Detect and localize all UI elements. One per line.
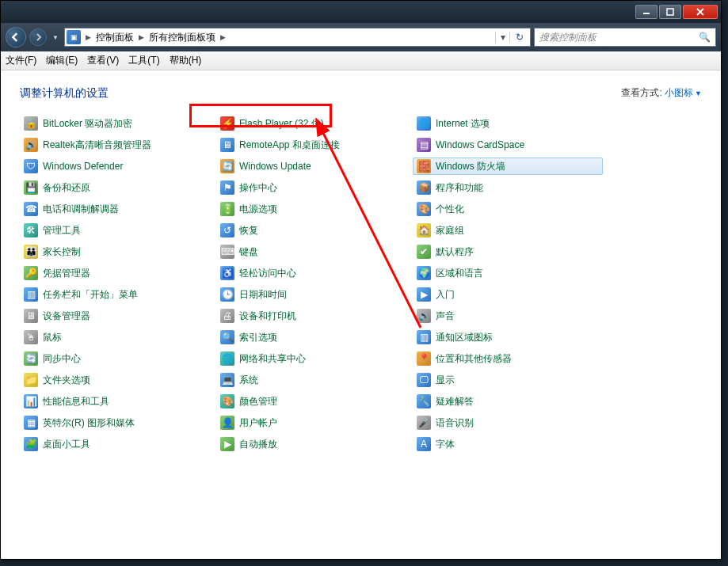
control-panel-item[interactable]: 🎨颜色管理 [216,393,406,410]
control-panel-item[interactable]: 🔋电源选项 [216,200,406,218]
item-label: 操作中心 [239,181,277,195]
control-panel-item[interactable]: ▥任务栏和「开始」菜单 [20,286,210,303]
control-panel-item[interactable]: ▥通知区域图标 [413,329,603,346]
control-panel-item[interactable]: ▶入门 [413,286,603,303]
view-mode-value[interactable]: 小图标 [665,87,693,98]
menu-edit[interactable]: 编辑(E) [46,54,78,67]
control-panel-item[interactable]: ♿轻松访问中心 [216,264,406,282]
control-panel-item[interactable]: ⚡Flash Player (32 位) [216,115,406,132]
control-panel-item[interactable]: 🔄Windows Update [216,158,406,175]
control-panel-item[interactable]: ⌨键盘 [216,243,406,260]
control-panel-item[interactable]: ☎电话和调制解调器 [20,200,210,218]
control-panel-item[interactable]: ✔默认程序 [413,243,603,260]
control-panel-item[interactable]: 🌐Internet 选项 [413,115,603,132]
view-mode-label: 查看方式: [621,87,661,98]
control-panel-item[interactable]: 🧱Windows 防火墙 [413,158,603,175]
firewall-icon: 🧱 [417,159,431,173]
search-icon[interactable]: 🔍 [699,32,711,43]
minimize-button[interactable] [635,5,657,19]
item-label: 颜色管理 [239,395,277,408]
control-panel-item[interactable]: 📁文件夹选项 [20,371,210,389]
item-label: 鼠标 [43,331,62,344]
default-programs-icon: ✔ [417,245,431,259]
control-panel-item[interactable]: 👤用户帐户 [216,414,406,431]
control-panel-item[interactable]: 🖥设备管理器 [20,307,210,325]
menu-help[interactable]: 帮助(H) [170,54,202,67]
svg-rect-1 [667,9,673,15]
control-panel-item[interactable]: 🔧疑难解答 [413,393,603,410]
control-panel-item[interactable]: 🛠管理工具 [20,222,210,239]
breadcrumb-seg-2[interactable]: 所有控制面板项 [146,31,219,44]
close-button[interactable] [683,5,718,19]
titlebar [1,1,721,23]
control-panel-item[interactable]: 📍位置和其他传感器 [413,350,603,367]
tray-icons-icon: ▥ [417,330,431,344]
item-label: Windows CardSpace [436,139,524,150]
menu-file[interactable]: 文件(F) [6,54,36,67]
control-panel-item[interactable]: 🖨设备和打印机 [216,307,406,325]
content-area: 调整计算机的设置 查看方式: 小图标▼ 🔒BitLocker 驱动器加密🔊Rea… [1,70,721,559]
control-panel-item[interactable]: 🌐网络和共享中心 [216,350,406,367]
control-panel-item[interactable]: 🛡Windows Defender [20,158,210,175]
control-panel-item[interactable]: 🔈声音 [413,307,603,325]
item-label: 任务栏和「开始」菜单 [43,288,138,302]
item-label: Flash Player (32 位) [239,117,324,131]
control-panel-item[interactable]: 🖥RemoteApp 和桌面连接 [216,136,406,154]
control-panel-item[interactable]: 📦程序和功能 [413,179,603,196]
item-label: 设备和打印机 [239,310,296,323]
view-mode-selector[interactable]: 查看方式: 小图标▼ [621,86,702,100]
control-panel-item[interactable]: 💻系统 [216,371,406,389]
nav-history-dropdown[interactable]: ▼ [50,34,61,41]
control-panel-item[interactable]: 🖵显示 [413,371,603,389]
control-panel-item[interactable]: 🕒日期和时间 [216,286,406,303]
control-panel-item[interactable]: 🔍索引选项 [216,329,406,346]
control-panel-item[interactable]: 🎤语音识别 [413,414,603,431]
item-label: 电源选项 [239,203,277,216]
item-label: 索引选项 [239,331,277,344]
control-panel-item[interactable]: 🔑凭据管理器 [20,264,210,282]
item-label: Realtek高清晰音频管理器 [43,139,151,152]
item-label: 用户帐户 [239,416,277,430]
control-panel-item[interactable]: ▦英特尔(R) 图形和媒体 [20,414,210,431]
item-label: Windows Defender [43,161,123,172]
refresh-button[interactable]: ↻ [509,32,528,43]
nav-forward-button[interactable] [29,28,47,46]
nav-back-button[interactable] [6,27,26,47]
maximize-button[interactable] [659,5,681,19]
control-panel-item[interactable]: 🎨个性化 [413,200,603,218]
control-panel-item[interactable]: 🧩桌面小工具 [20,435,210,453]
control-panel-item[interactable]: 🔒BitLocker 驱动器加密 [20,115,210,132]
menu-tools[interactable]: 工具(T) [128,54,159,67]
location-icon: 📍 [417,351,431,366]
item-label: 家长控制 [43,245,81,259]
items-grid: 🔒BitLocker 驱动器加密🔊Realtek高清晰音频管理器🛡Windows… [20,115,702,453]
control-panel-item[interactable]: ⚑操作中心 [216,179,406,196]
control-panel-item[interactable]: 🌍区域和语言 [413,264,603,282]
troubleshoot-icon: 🔧 [417,394,431,408]
control-panel-item[interactable]: 🖱鼠标 [20,329,210,346]
item-label: 声音 [436,310,455,323]
control-panel-item[interactable]: 🏠家庭组 [413,222,603,239]
control-panel-item[interactable]: 🔊Realtek高清晰音频管理器 [20,136,210,154]
item-label: 键盘 [239,245,258,259]
chevron-down-icon: ▼ [695,89,702,97]
control-panel-item[interactable]: 💾备份和还原 [20,179,210,196]
address-bar[interactable]: ▣ ▶ 控制面板 ▶ 所有控制面板项 ▶ ▾ ↻ [64,28,531,47]
item-label: 凭据管理器 [43,267,90,280]
item-label: 默认程序 [436,245,474,259]
address-dropdown[interactable]: ▾ [495,32,509,43]
control-panel-item[interactable]: 🔄同步中心 [20,350,210,367]
control-panel-item[interactable]: ▤Windows CardSpace [413,136,603,154]
search-input[interactable]: 搜索控制面板 🔍 [534,28,716,47]
control-panel-item[interactable]: 📊性能信息和工具 [20,393,210,410]
menu-view[interactable]: 查看(V) [87,54,119,67]
control-panel-item[interactable]: A字体 [413,435,603,453]
item-label: 显示 [436,374,455,387]
item-label: 入门 [436,288,455,302]
color-mgmt-icon: 🎨 [220,394,234,408]
control-panel-item[interactable]: ▶自动播放 [216,435,406,453]
breadcrumb-seg-1[interactable]: 控制面板 [93,31,137,44]
control-panel-item[interactable]: 👪家长控制 [20,243,210,260]
intel-gfx-icon: ▦ [24,416,38,430]
control-panel-item[interactable]: ↺恢复 [216,222,406,239]
